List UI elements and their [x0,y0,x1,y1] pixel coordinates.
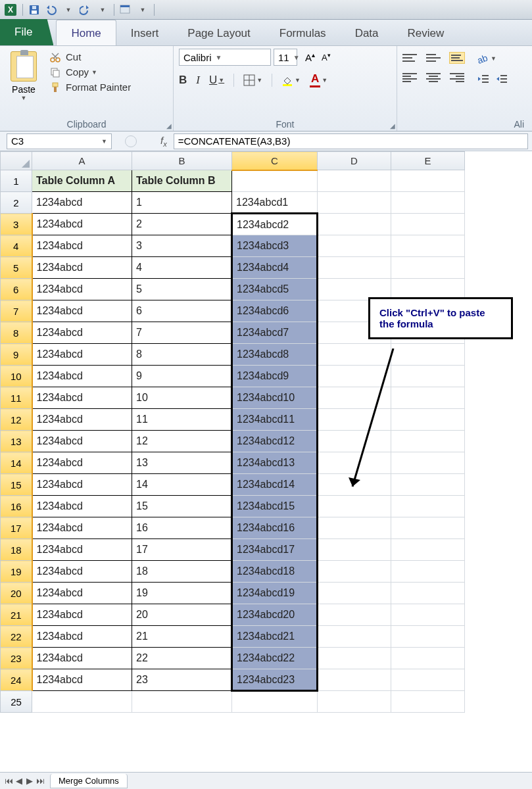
worksheet-grid[interactable]: ABCDE1Table Column ATable Column B21234a… [0,151,532,713]
row-header-21[interactable]: 21 [1,604,32,626]
cell-A25[interactable] [32,691,132,713]
paste-button[interactable]: Paste ▼ [5,49,42,101]
cell-A23[interactable]: 1234abcd [32,648,132,669]
cell-B23[interactable]: 22 [132,648,232,669]
align-middle-button[interactable] [426,53,441,63]
cell-E20[interactable] [391,583,465,604]
row-header-14[interactable]: 14 [1,452,32,474]
sheet-nav-next-icon[interactable]: ▶ [25,776,34,786]
cancel-formula-icon[interactable] [125,135,137,147]
tab-data[interactable]: Data [341,20,393,45]
row-header-17[interactable]: 17 [1,517,32,539]
cell-A16[interactable]: 1234abcd [32,496,132,517]
cell-B22[interactable]: 21 [132,626,232,648]
cell-B25[interactable] [132,691,232,713]
cell-B18[interactable]: 17 [132,539,232,561]
font-size-combo[interactable]: 11 ▼ [274,49,297,66]
cell-A19[interactable]: 1234abcd [32,561,132,583]
cell-A9[interactable]: 1234abcd [32,344,132,366]
cell-B5[interactable]: 4 [132,257,232,279]
align-top-button[interactable] [402,53,417,63]
cell-A12[interactable]: 1234abcd [32,409,132,431]
cell-C21[interactable]: 1234abcd20 [232,604,318,626]
cell-D23[interactable] [318,648,391,669]
cell-D19[interactable] [318,561,391,583]
row-header-5[interactable]: 5 [1,257,32,279]
row-header-20[interactable]: 20 [1,583,32,604]
font-dialog-launcher-icon[interactable]: ◢ [390,122,395,130]
cell-C1[interactable] [232,170,318,192]
row-header-11[interactable]: 11 [1,387,32,409]
decrease-indent-button[interactable] [477,74,489,87]
cell-C10[interactable]: 1234abcd9 [232,366,318,387]
cell-D17[interactable] [318,517,391,539]
cell-B1[interactable]: Table Column B [132,170,232,192]
cell-B20[interactable]: 19 [132,583,232,604]
customize-qat-icon[interactable] [118,3,133,17]
cell-B4[interactable]: 3 [132,235,232,257]
row-header-22[interactable]: 22 [1,626,32,648]
grow-font-button[interactable]: A▴ [305,51,315,63]
cell-A6[interactable]: 1234abcd [32,279,132,300]
row-header-8[interactable]: 8 [1,322,32,344]
row-header-23[interactable]: 23 [1,648,32,669]
cell-D4[interactable] [318,235,391,257]
cell-A11[interactable]: 1234abcd [32,387,132,409]
cell-B12[interactable]: 11 [132,409,232,431]
cell-E12[interactable] [391,409,465,431]
cell-E23[interactable] [391,648,465,669]
cell-C13[interactable]: 1234abcd12 [232,431,318,452]
column-header-D[interactable]: D [318,152,391,170]
font-color-button[interactable]: A ▼ [310,72,327,87]
cell-D24[interactable] [318,669,391,691]
cell-A10[interactable]: 1234abcd [32,366,132,387]
cell-C25[interactable] [232,691,318,713]
cell-A8[interactable]: 1234abcd [32,322,132,344]
borders-button[interactable]: ▼ [243,74,262,86]
cell-B10[interactable]: 9 [132,366,232,387]
italic-button[interactable]: I [196,74,200,87]
column-header-B[interactable]: B [132,152,232,170]
tab-file[interactable]: File [0,19,53,45]
cell-E18[interactable] [391,539,465,561]
cell-D22[interactable] [318,626,391,648]
undo-icon[interactable] [44,3,59,17]
font-name-combo[interactable]: Calibri ▼ [179,49,271,66]
row-header-6[interactable]: 6 [1,279,32,300]
fill-color-button[interactable]: ▼ [281,74,301,86]
bold-button[interactable]: B [179,74,187,87]
cell-E21[interactable] [391,604,465,626]
cell-C17[interactable]: 1234abcd16 [232,517,318,539]
cell-E15[interactable] [391,474,465,496]
cell-E25[interactable] [391,691,465,713]
column-header-A[interactable]: A [32,152,132,170]
cell-C9[interactable]: 1234abcd8 [232,344,318,366]
cell-A18[interactable]: 1234abcd [32,539,132,561]
cell-C8[interactable]: 1234abcd7 [232,322,318,344]
excel-app-icon[interactable]: X [4,3,17,16]
cell-B14[interactable]: 13 [132,452,232,474]
copy-button[interactable]: Copy ▼ [49,66,131,78]
cell-C3[interactable]: 1234abcd2 [232,214,318,235]
row-header-2[interactable]: 2 [1,192,32,214]
cell-C5[interactable]: 1234abcd4 [232,257,318,279]
tab-page-layout[interactable]: Page Layout [173,20,264,45]
cell-E2[interactable] [391,192,465,214]
cell-A14[interactable]: 1234abcd [32,452,132,474]
row-header-12[interactable]: 12 [1,409,32,431]
shrink-font-button[interactable]: A▾ [322,52,331,62]
chevron-down-icon[interactable]: ▼ [101,138,107,145]
cell-C20[interactable]: 1234abcd19 [232,583,318,604]
cell-E10[interactable] [391,366,465,387]
row-header-7[interactable]: 7 [1,300,32,322]
select-all-corner[interactable] [1,152,32,170]
cell-A15[interactable]: 1234abcd [32,474,132,496]
cell-B8[interactable]: 7 [132,322,232,344]
cell-C6[interactable]: 1234abcd5 [232,279,318,300]
sheet-nav-last-icon[interactable]: ⏭ [36,776,45,786]
align-left-button[interactable] [402,72,417,83]
name-box[interactable]: C3 ▼ [7,133,112,149]
cell-B24[interactable]: 23 [132,669,232,691]
row-header-9[interactable]: 9 [1,344,32,366]
cell-C12[interactable]: 1234abcd11 [232,409,318,431]
